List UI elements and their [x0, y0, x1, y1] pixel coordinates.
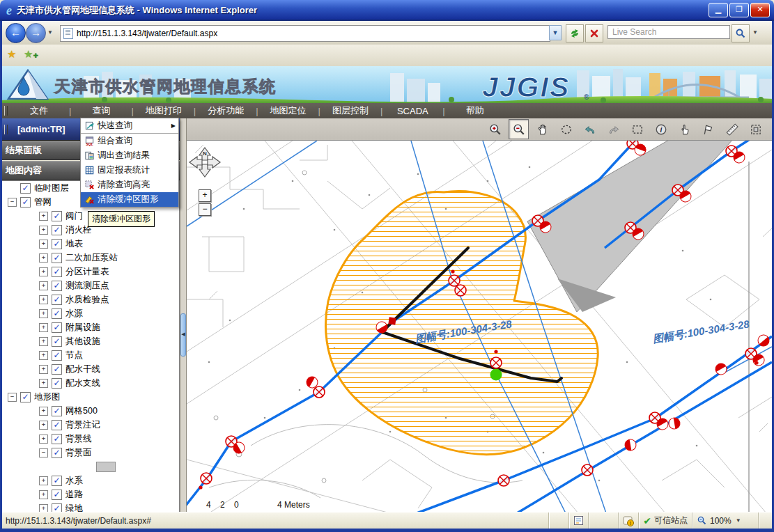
circle-select-button[interactable] [556, 119, 576, 139]
tree-row-配水干线[interactable]: +✓配水干线 [1, 362, 179, 376]
title-bar[interactable]: e 天津市供水管网地理信息系统 - Windows Internet Explo… [0, 0, 774, 21]
layer-checkbox[interactable]: ✓ [52, 406, 62, 416]
expand-icon[interactable]: + [39, 226, 48, 235]
zoom-level-cell[interactable]: 100% ▼ [692, 513, 758, 529]
map-zoom-out-button[interactable]: − [199, 203, 211, 216]
layer-checkbox[interactable]: ✓ [52, 308, 62, 319]
query-menu-item-0[interactable]: 快速查询▶ [81, 118, 178, 134]
layer-checkbox[interactable]: ✓ [52, 253, 62, 263]
layer-checkbox[interactable]: ✓ [52, 211, 62, 221]
menu-item-3[interactable]: 分析功能 [196, 104, 256, 117]
tree-row-道路[interactable]: +✓道路 [1, 487, 179, 501]
splitter-collapse-handle[interactable]: ◀ [180, 313, 186, 357]
expand-icon[interactable]: + [39, 379, 48, 388]
expand-icon[interactable]: + [39, 253, 48, 263]
tree-row-地形图[interactable]: −✓地形图 [1, 390, 179, 404]
expand-icon[interactable]: + [39, 267, 48, 276]
zoom-out-button[interactable] [509, 119, 529, 139]
expand-icon[interactable]: + [39, 435, 48, 444]
layer-checkbox[interactable]: ✓ [52, 322, 62, 333]
status-doc-cell[interactable] [568, 513, 588, 529]
menu-item-2[interactable]: 地图打印 [134, 104, 194, 117]
query-menu-item-4[interactable]: 清除查询高亮 [81, 178, 178, 192]
search-input[interactable] [607, 25, 730, 39]
undo-button[interactable] [580, 119, 600, 139]
search-options-icon[interactable]: ▼ [752, 29, 758, 36]
minimize-button[interactable]: ▁ [709, 3, 728, 17]
collapse-icon[interactable]: − [39, 448, 48, 457]
layer-checkbox[interactable]: ✓ [20, 183, 31, 194]
add-favorite-icon[interactable]: ★✚ [24, 48, 38, 61]
tree-row-背景面[interactable]: −✓背景面 [1, 446, 179, 460]
layer-checkbox[interactable]: ✓ [52, 281, 62, 291]
collapse-icon[interactable]: − [8, 393, 17, 402]
layer-checkbox[interactable]: ✓ [52, 267, 62, 277]
query-menu-item-2[interactable]: 调出查询结果 [81, 148, 178, 163]
layer-checkbox[interactable]: ✓ [52, 420, 62, 430]
address-field[interactable]: http://151.1.3.143/tjwater/Default.aspx [60, 25, 550, 42]
tree-row-配水支线[interactable]: +✓配水支线 [1, 376, 179, 390]
menu-item-7[interactable]: 帮助 [445, 104, 505, 117]
refresh-button[interactable] [566, 24, 584, 42]
tree-row-水质检验点[interactable]: +✓水质检验点 [1, 292, 179, 306]
menu-item-5[interactable]: 图层控制 [320, 104, 380, 117]
forward-button[interactable]: → [26, 23, 46, 43]
adminbar-grip[interactable] [4, 125, 8, 134]
tree-row-其他设施[interactable]: +✓其他设施 [1, 334, 179, 348]
close-button[interactable]: ✕ [750, 3, 770, 17]
map-zoom-in-button[interactable]: + [199, 189, 211, 202]
tree-row-节点[interactable]: +✓节点 [1, 348, 179, 362]
pointer-select-button[interactable] [674, 119, 695, 139]
rect-select-button[interactable] [627, 119, 647, 139]
map-canvas[interactable]: 图幅号:100-304-3-28 图幅号:100-304-3-28 N + − … [187, 141, 772, 512]
expand-icon[interactable]: + [39, 407, 48, 416]
expand-icon[interactable]: + [39, 309, 48, 318]
tree-row-二次加压泵站[interactable]: +✓二次加压泵站 [1, 251, 179, 265]
measure-button[interactable] [722, 119, 742, 139]
stop-button[interactable] [585, 24, 603, 42]
tree-row-背景注记[interactable]: +✓背景注记 [1, 418, 179, 432]
flag-button[interactable] [698, 119, 718, 139]
tree-row-水源[interactable]: +✓水源 [1, 306, 179, 320]
expand-icon[interactable]: + [39, 240, 48, 249]
address-dropdown-button[interactable]: ▼ [549, 25, 562, 40]
pan-compass[interactable]: N [188, 146, 222, 187]
layer-checkbox[interactable]: ✓ [52, 448, 62, 458]
tree-row-地表[interactable]: +✓地表 [1, 237, 179, 251]
menu-item-6[interactable]: SCADA [382, 106, 442, 116]
menu-item-0[interactable]: 文件 [9, 104, 69, 117]
status-security-cell[interactable]: ! [618, 513, 638, 529]
identify-button[interactable]: i [651, 119, 671, 139]
tree-row-swatch[interactable] [1, 460, 179, 474]
pan-button[interactable] [532, 119, 552, 139]
expand-icon[interactable]: + [39, 365, 48, 374]
zoom-level-dropdown-icon[interactable]: ▼ [736, 517, 741, 524]
expand-icon[interactable]: + [39, 421, 48, 430]
expand-icon[interactable]: + [39, 323, 48, 332]
search-button[interactable] [732, 24, 750, 42]
layer-checkbox[interactable]: ✓ [52, 364, 62, 375]
tree-row-分区计量表[interactable]: +✓分区计量表 [1, 265, 179, 279]
expand-icon[interactable]: + [39, 490, 48, 499]
layer-checkbox[interactable]: ✓ [20, 392, 31, 402]
layer-checkbox[interactable]: ✓ [52, 295, 62, 305]
menu-item-1[interactable]: 查询 [71, 104, 131, 117]
menu-item-4[interactable]: 地图定位 [258, 104, 318, 117]
expand-icon[interactable]: + [39, 281, 48, 290]
layer-checkbox[interactable]: ✓ [20, 197, 31, 208]
layer-checkbox[interactable]: ✓ [52, 434, 62, 444]
layer-checkbox[interactable]: ✓ [52, 476, 62, 486]
tree-row-附属设施[interactable]: +✓附属设施 [1, 320, 179, 334]
expand-icon[interactable]: + [39, 295, 48, 304]
query-menu-item-5[interactable]: 清除缓冲区图形 [81, 192, 178, 207]
maximize-button[interactable]: ❐ [729, 3, 749, 17]
redo-button[interactable] [603, 119, 624, 139]
query-menu-item-3[interactable]: 固定报表统计 [81, 163, 178, 178]
trusted-sites-cell[interactable]: ✔ 可信站点 [638, 513, 692, 529]
menubar-grip[interactable] [4, 106, 8, 116]
layer-checkbox[interactable]: ✓ [52, 336, 62, 347]
layer-checkbox[interactable]: ✓ [52, 350, 62, 361]
layer-checkbox[interactable]: ✓ [52, 239, 62, 249]
expand-icon[interactable]: + [39, 337, 48, 346]
full-extent-button[interactable] [745, 119, 766, 139]
